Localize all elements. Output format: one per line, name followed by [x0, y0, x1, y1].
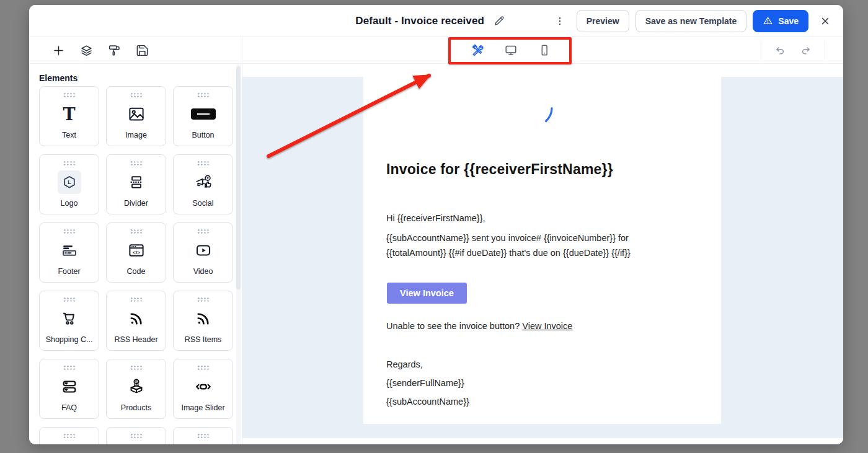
drag-handle-icon [63, 365, 75, 370]
elements-grid: T Text Image Button L Logo [29, 86, 242, 444]
email-regards[interactable]: Regards, [386, 357, 423, 372]
view-invoice-link[interactable]: View Invoice [522, 321, 572, 331]
sidebar-scrollbar-thumb[interactable] [236, 66, 241, 289]
drag-handle-icon [63, 229, 75, 234]
svg-text:</>: </> [133, 250, 140, 255]
history-controls [761, 40, 825, 60]
text-icon: T [63, 103, 75, 125]
footer-icon [60, 239, 79, 262]
tab-desktop-preview[interactable] [494, 37, 528, 64]
element-card-label: FAQ [61, 403, 77, 412]
element-card-label: Footer [58, 267, 80, 276]
email-sender-line[interactable]: {{senderFullName}} [386, 376, 464, 390]
element-card-footer[interactable]: Footer [39, 222, 99, 283]
social-icon [194, 171, 213, 193]
view-mode-tabs [461, 37, 561, 64]
close-icon[interactable] [817, 13, 833, 29]
modal-header: Default - Invoice received Preview Save … [29, 5, 843, 37]
template-editor-modal: Default - Invoice received Preview Save … [29, 5, 843, 444]
rss-icon [128, 307, 145, 330]
drag-handle-icon [197, 229, 209, 234]
element-card-rss-items[interactable]: RSS Items [173, 291, 233, 351]
page-title: Default - Invoice received [355, 15, 484, 27]
warning-triangle-icon [763, 15, 773, 26]
element-card-logo[interactable]: L Logo [39, 154, 99, 214]
preview-button[interactable]: Preview [577, 10, 629, 32]
drag-handle-icon [63, 161, 75, 165]
drag-handle-icon [197, 433, 209, 438]
header-actions: Preview Save as new Template Save [552, 5, 833, 37]
element-card-image[interactable]: Image [106, 86, 166, 146]
redo-icon[interactable] [797, 42, 814, 59]
tools-icon [471, 43, 484, 57]
element-card-faq[interactable]: FAQ [39, 359, 99, 419]
email-body[interactable]: Invoice for {{receiverFirstName}} Hi {{r… [363, 77, 721, 424]
code-icon: </> [127, 239, 146, 262]
element-card-partial[interactable] [39, 427, 99, 444]
drag-handle-icon [130, 365, 142, 370]
email-greeting[interactable]: Hi {{receiverFirstName}}, [386, 211, 485, 226]
element-card-video[interactable]: Video [173, 222, 233, 283]
element-card-rss-header[interactable]: RSS Header [106, 291, 166, 351]
paint-roller-icon[interactable] [107, 43, 121, 57]
image-icon [127, 103, 146, 125]
drag-handle-icon [63, 297, 75, 302]
email-heading[interactable]: Invoice for {{receiverFirstName}} [386, 161, 613, 178]
fallback-text: Unable to see the invoice button? [386, 321, 522, 331]
element-card-label: Logo [61, 199, 78, 208]
logo-icon: L [58, 171, 81, 193]
editor-toolbar [29, 37, 843, 64]
element-card-text[interactable]: T Text [39, 86, 99, 146]
mobile-icon [538, 43, 551, 57]
elements-heading: Elements [39, 73, 242, 83]
drag-handle-icon [63, 433, 75, 438]
svg-text:L: L [68, 179, 71, 185]
element-card-social[interactable]: Social [173, 154, 233, 214]
add-element-icon[interactable] [51, 43, 65, 57]
drag-handle-icon [130, 433, 142, 438]
element-card-label: Text [62, 131, 76, 139]
element-card-label: Image Slider [181, 403, 224, 412]
tab-editor-tools[interactable] [461, 37, 494, 64]
drag-handle-icon [197, 92, 209, 97]
element-card-label: Video [193, 267, 213, 276]
element-card-button[interactable]: Button [173, 86, 233, 146]
view-invoice-button[interactable]: View Invoice [387, 283, 467, 304]
element-card-partial[interactable] [106, 427, 166, 444]
save-button-label: Save [778, 16, 799, 26]
kebab-menu-icon[interactable] [552, 13, 568, 29]
loading-arc-icon [544, 107, 554, 126]
element-card-products[interactable]: $ Products [106, 359, 166, 419]
element-card-label: Social [192, 199, 213, 208]
element-card-label: Button [192, 131, 214, 139]
svg-text:$: $ [135, 380, 138, 385]
image-slider-icon [193, 376, 213, 398]
drag-handle-icon [130, 229, 142, 234]
element-card-label: RSS Items [185, 335, 222, 344]
element-card-shopping-cart[interactable]: Shopping C... [39, 291, 99, 351]
video-icon [194, 239, 213, 262]
element-card-divider[interactable]: Divider [106, 154, 166, 214]
email-subaccount-line[interactable]: {{subAccountName}} [386, 394, 469, 409]
element-card-label: Image [125, 131, 147, 139]
element-card-label: RSS Header [114, 335, 157, 344]
element-card-code[interactable]: </> Code [106, 222, 166, 283]
email-body-text[interactable]: {{subAccountName}} sent you invoice# {{i… [386, 231, 689, 260]
save-button[interactable]: Save [753, 10, 808, 32]
drag-handle-icon [197, 297, 209, 302]
elements-sidebar: Elements T Text Image Button [29, 64, 242, 444]
element-card-label: Code [127, 267, 146, 276]
element-card-partial[interactable] [173, 427, 233, 444]
button-icon [191, 103, 216, 125]
drag-handle-icon [130, 161, 142, 165]
drag-handle-icon [197, 365, 209, 370]
save-template-icon[interactable] [135, 43, 149, 57]
drag-handle-icon [197, 161, 209, 165]
undo-icon[interactable] [772, 42, 789, 59]
layers-icon[interactable] [79, 43, 93, 57]
element-card-image-slider[interactable]: Image Slider [173, 359, 233, 419]
divider-icon [128, 171, 145, 193]
tab-mobile-preview[interactable] [528, 37, 561, 64]
save-as-new-template-button[interactable]: Save as new Template [636, 10, 747, 32]
pencil-icon[interactable] [491, 12, 508, 29]
